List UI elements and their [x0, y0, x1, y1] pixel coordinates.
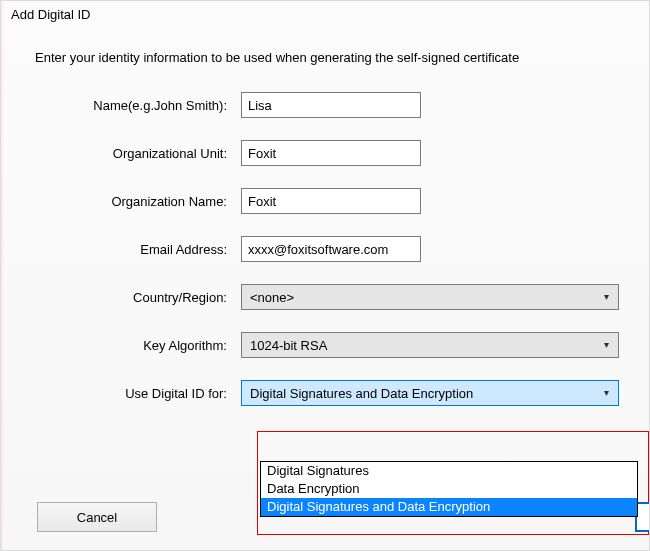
email-field[interactable]	[241, 236, 421, 262]
chevron-down-icon: ▾	[600, 340, 612, 350]
row-org-name: Organization Name:	[1, 177, 649, 225]
add-digital-id-dialog: Add Digital ID Enter your identity infor…	[0, 0, 650, 551]
decorative-edge	[1, 1, 3, 550]
label-org-unit: Organizational Unit:	[1, 146, 241, 161]
use-for-option-selected[interactable]: Digital Signatures and Data Encryption	[261, 498, 637, 516]
use-for-option[interactable]: Digital Signatures	[261, 462, 637, 480]
use-for-value: Digital Signatures and Data Encryption	[250, 386, 473, 401]
row-algo: Key Algorithm: 1024-bit RSA ▾	[1, 321, 649, 369]
row-org-unit: Organizational Unit:	[1, 129, 649, 177]
row-country: Country/Region: <none> ▾	[1, 273, 649, 321]
label-use-for: Use Digital ID for:	[1, 386, 241, 401]
use-for-dropdown-list[interactable]: Digital Signatures Data Encryption Digit…	[260, 461, 638, 517]
label-org-name: Organization Name:	[1, 194, 241, 209]
org-name-field[interactable]	[241, 188, 421, 214]
dialog-intro: Enter your identity information to be us…	[1, 24, 649, 71]
country-select[interactable]: <none> ▾	[241, 284, 619, 310]
identity-form: Name(e.g.John Smith): Organizational Uni…	[1, 81, 649, 417]
use-for-option[interactable]: Data Encryption	[261, 480, 637, 498]
label-country: Country/Region:	[1, 290, 241, 305]
key-algorithm-select[interactable]: 1024-bit RSA ▾	[241, 332, 619, 358]
chevron-down-icon: ▾	[600, 388, 612, 398]
row-use-for: Use Digital ID for: Digital Signatures a…	[1, 369, 649, 417]
row-email: Email Address:	[1, 225, 649, 273]
label-name: Name(e.g.John Smith):	[1, 98, 241, 113]
chevron-down-icon: ▾	[600, 292, 612, 302]
cancel-button[interactable]: Cancel	[37, 502, 157, 532]
org-unit-field[interactable]	[241, 140, 421, 166]
use-digital-id-for-select[interactable]: Digital Signatures and Data Encryption ▾	[241, 380, 619, 406]
name-field[interactable]	[241, 92, 421, 118]
dialog-title: Add Digital ID	[1, 1, 649, 24]
label-algo: Key Algorithm:	[1, 338, 241, 353]
label-email: Email Address:	[1, 242, 241, 257]
row-name: Name(e.g.John Smith):	[1, 81, 649, 129]
algo-value: 1024-bit RSA	[250, 338, 327, 353]
country-value: <none>	[250, 290, 294, 305]
